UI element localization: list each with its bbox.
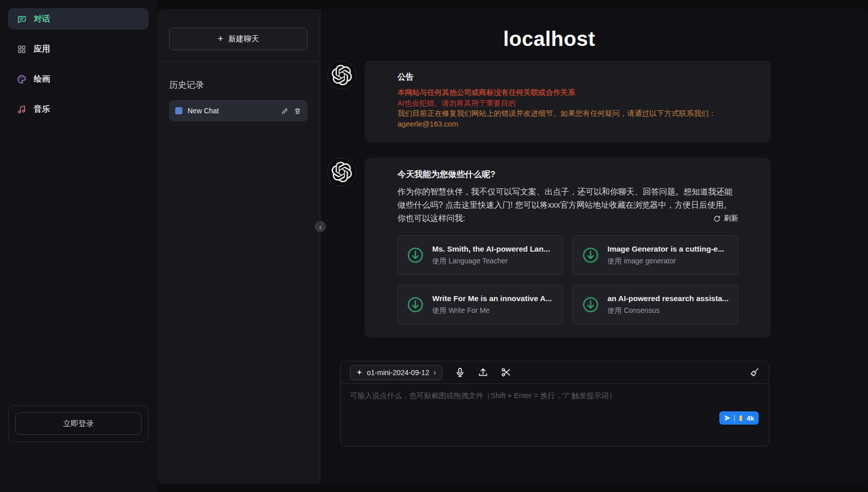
composer: o1-mini-2024-09-12 › [340, 361, 769, 447]
suggestion-card[interactable]: Write For Me is an innovative A... 使用 Wr… [397, 285, 563, 325]
announcement-line: 我们目前正在修复我们网站上的错误并改进细节。如果您有任何疑问，请通过以下方式联系… [397, 108, 738, 119]
suggestion-grid: Ms. Smith, the AI-powered Lan... 使用 Lang… [397, 235, 738, 325]
announcement-line: 本网站与任何其他公司或商标没有任何关联或合作关系 [397, 87, 738, 98]
sidebar-item-paint[interactable]: 绘画 [8, 68, 149, 90]
intro-title: 今天我能为您做些什么呢? [397, 169, 738, 180]
suggestion-subtitle: 使用 Write For Me [432, 306, 552, 315]
suggestion-subtitle: 使用 Language Teacher [432, 257, 550, 266]
openai-logo-icon [332, 65, 352, 85]
page-title: localhost [327, 28, 771, 51]
chat-item-title: New Chat [187, 107, 276, 115]
intro-bubble: 今天我能为您做些什么呢? 作为你的智慧伙伴，我不仅可以写文案、出点子，还可以和你… [365, 158, 771, 338]
music-note-icon [16, 104, 27, 114]
assistant-message-announcement: 公告 本网站与任何其他公司或商标没有任何关联或合作关系 AI也会犯错。请勿将其用… [327, 61, 771, 142]
palette-icon [16, 74, 27, 84]
suggestion-title: Ms. Smith, the AI-powered Lan... [432, 244, 550, 253]
suggestion-title: Image Generator is a cutting-e... [607, 244, 724, 253]
delete-icon[interactable] [294, 107, 301, 115]
refresh-icon [713, 215, 721, 223]
new-chat-button[interactable]: + 新建聊天 [169, 28, 308, 50]
scissors-icon[interactable] [501, 367, 511, 378]
history-title: 历史记录 [169, 79, 308, 91]
chat-icon [16, 14, 27, 24]
microphone-icon[interactable] [455, 367, 465, 378]
suggestion-card[interactable]: Ms. Smith, the AI-powered Lan... 使用 Lang… [397, 235, 563, 275]
sidebar-item-label: 对话 [34, 14, 50, 24]
assistant-message-intro: 今天我能为您做些什么呢? 作为你的智慧伙伴，我不仅可以写文案、出点子，还可以和你… [327, 158, 771, 338]
chat-list-panel: + 新建聊天 历史记录 New Chat [157, 9, 320, 484]
apps-grid-icon [16, 44, 27, 54]
sidebar-item-label: 绘画 [34, 74, 50, 85]
nav-items: 对话 应用 绘画 音乐 [8, 8, 149, 129]
openai-logo-icon [332, 162, 352, 182]
suggestion-card[interactable]: Image Generator is a cutting-e... 使用 ima… [573, 235, 738, 275]
model-selector[interactable]: o1-mini-2024-09-12 › [350, 365, 442, 380]
workspace-card: + 新建聊天 历史记录 New Chat ‹ [157, 9, 868, 484]
suggestion-title: Write For Me is an innovative A... [432, 294, 552, 303]
send-plane-icon [724, 414, 731, 422]
chat-item-icon [175, 107, 182, 114]
card-text: an AI-powered research assista... 使用 Con… [607, 294, 729, 315]
plus-icon: + [218, 33, 223, 44]
chat-main: localhost 公告 本网站与任何其他公司或商标没有任何关联或合作关系 AI… [320, 9, 868, 484]
assistant-avatar [327, 158, 356, 186]
login-card: 立即登录 [8, 405, 149, 442]
sidebar-item-music[interactable]: 音乐 [8, 99, 149, 120]
suggestion-card[interactable]: an AI-powered research assista... 使用 Con… [573, 285, 738, 325]
model-sparkle-icon [356, 369, 363, 376]
battery-icon [738, 414, 744, 422]
announcement-line: AI也会犯错。请勿将其用于重要目的 [397, 98, 738, 109]
sidebar-item-label: 应用 [34, 44, 50, 55]
history-section: 历史记录 New Chat [157, 61, 320, 484]
composer-body: 4k [341, 384, 769, 446]
hint-row: 你也可以这样问我: 刷新 [397, 212, 738, 225]
announcement-bubble: 公告 本网站与任何其他公司或商标没有任何关联或合作关系 AI也会犯错。请勿将其用… [365, 61, 771, 142]
sidebar-item-apps[interactable]: 应用 [8, 38, 149, 60]
assistant-avatar [327, 61, 356, 89]
suggestion-subtitle: 使用 image generator [607, 257, 724, 266]
composer-toolbar: o1-mini-2024-09-12 › [341, 361, 769, 384]
new-chat-label: 新建聊天 [228, 34, 259, 44]
card-text: Ms. Smith, the AI-powered Lan... 使用 Lang… [432, 244, 550, 266]
upload-icon[interactable] [478, 367, 488, 378]
send-divider [734, 415, 735, 422]
chat-history-item[interactable]: New Chat [169, 100, 308, 121]
announcement-title: 公告 [397, 72, 738, 83]
download-circle-icon [406, 296, 425, 314]
collapse-sidebar-button[interactable]: ‹ [315, 221, 326, 232]
new-chat-wrap: + 新建聊天 [157, 9, 320, 61]
download-circle-icon [581, 246, 600, 264]
app-root: 对话 应用 绘画 音乐 立即登录 [0, 0, 868, 492]
ask-hint: 你也可以这样问我: [397, 212, 465, 225]
model-name: o1-mini-2024-09-12 [367, 368, 429, 377]
download-circle-icon [406, 246, 425, 264]
chat-content: localhost 公告 本网站与任何其他公司或商标没有任何关联或合作关系 AI… [327, 9, 771, 447]
token-badge: 4k [747, 414, 754, 422]
card-text: Write For Me is an innovative A... 使用 Wr… [432, 294, 552, 315]
suggestion-subtitle: 使用 Consensus [607, 306, 729, 315]
download-circle-icon [581, 296, 600, 314]
refresh-label: 刷新 [724, 214, 738, 223]
intro-body: 作为你的智慧伙伴，我不仅可以写文案、出点子，还可以和你聊天、回答问题。想知道我还… [397, 185, 738, 212]
login-button[interactable]: 立即登录 [15, 412, 142, 435]
suggestion-title: an AI-powered research assista... [607, 294, 729, 303]
contact-email-link[interactable]: ageerle@163.com [397, 119, 458, 130]
card-text: Image Generator is a cutting-e... 使用 ima… [607, 244, 724, 266]
chevron-right-icon: › [433, 368, 436, 377]
sidebar-item-chat[interactable]: 对话 [8, 8, 149, 30]
sidebar-item-label: 音乐 [34, 104, 50, 115]
clear-broom-icon[interactable] [749, 367, 760, 378]
refresh-button[interactable]: 刷新 [713, 214, 738, 223]
send-button[interactable]: 4k [719, 411, 759, 425]
nav-sidebar: 对话 应用 绘画 音乐 立即登录 [0, 0, 157, 492]
message-input[interactable] [350, 391, 760, 424]
edit-icon[interactable] [281, 107, 289, 115]
